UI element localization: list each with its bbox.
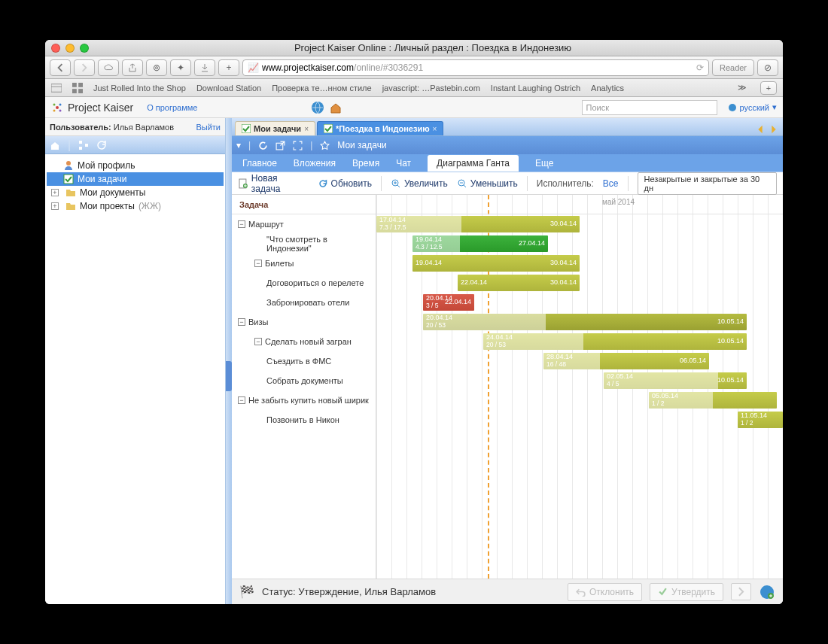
- view-tab-more[interactable]: Еще: [535, 158, 553, 169]
- next-step-button[interactable]: [731, 583, 751, 600]
- gantt-task-row[interactable]: −Не забыть купить новый ширик: [232, 390, 376, 410]
- gantt-task-row[interactable]: −Сделать новый загран: [232, 332, 376, 351]
- popout-icon[interactable]: [275, 141, 285, 150]
- extension-3-button[interactable]: ⊘: [757, 59, 778, 76]
- gantt-bar[interactable]: 24.04.1420 / 5310.05.14: [483, 333, 747, 350]
- gantt-bar[interactable]: 11.05.141 / 2: [738, 412, 783, 428]
- home-icon[interactable]: [50, 140, 60, 150]
- gantt-bar[interactable]: 22.04.1430.04.14: [458, 275, 580, 291]
- home-icon[interactable]: [328, 100, 343, 115]
- logout-link[interactable]: Выйти: [196, 123, 221, 132]
- assignee-value[interactable]: Все: [603, 178, 619, 189]
- back-button[interactable]: [50, 59, 71, 76]
- view-tab-time[interactable]: Время: [352, 158, 379, 169]
- app-logo[interactable]: Project Kaiser: [51, 102, 133, 114]
- bookmarks-icon[interactable]: [51, 83, 62, 93]
- tree-item-tasks[interactable]: Мои задачи: [47, 172, 224, 186]
- share-button[interactable]: [122, 59, 143, 76]
- gantt-task-row[interactable]: −Маршрут: [232, 214, 376, 234]
- star-icon[interactable]: [320, 141, 330, 150]
- bookmark-item[interactable]: Analytics: [591, 84, 624, 93]
- reader-button[interactable]: Reader: [712, 59, 754, 76]
- refresh-icon[interactable]: [258, 141, 268, 150]
- new-task-button[interactable]: Новая задача: [238, 173, 309, 194]
- gantt-task-row[interactable]: Договориться о перелете: [232, 273, 376, 293]
- expand-icon[interactable]: +: [51, 189, 59, 196]
- tab-my-tasks[interactable]: Мои задачи ×: [235, 121, 315, 135]
- gantt-bar[interactable]: 20.04.143 / 522.04.14: [423, 294, 474, 311]
- gantt-bar[interactable]: 19.04.1430.04.14: [412, 255, 580, 272]
- tab-prev-icon[interactable]: [754, 123, 766, 135]
- tree-icon[interactable]: [78, 140, 89, 150]
- dropdown-icon[interactable]: ▾: [236, 140, 241, 150]
- language-selector[interactable]: русский ▾: [728, 102, 777, 112]
- gantt-task-row[interactable]: Съездить в ФМС: [232, 351, 376, 371]
- reject-button[interactable]: Отклонить: [568, 583, 642, 601]
- gantt-task-row[interactable]: Собрать документы: [232, 371, 376, 390]
- bookmark-item[interactable]: Just Rolled Into the Shop: [93, 84, 186, 93]
- collapse-icon[interactable]: −: [254, 260, 262, 267]
- reload-icon[interactable]: ⟳: [696, 62, 704, 73]
- globe-share-icon[interactable]: [759, 584, 775, 600]
- expand-icon[interactable]: +: [51, 202, 59, 210]
- bookmarks-more-icon[interactable]: ≫: [738, 83, 747, 93]
- icloud-button[interactable]: [98, 59, 119, 76]
- approve-button[interactable]: Утвердить: [650, 583, 723, 601]
- refresh-icon[interactable]: [96, 140, 107, 150]
- zoom-out-button[interactable]: Уменьшить: [457, 178, 518, 189]
- zoom-in-button[interactable]: Увеличить: [391, 178, 448, 189]
- view-tab-gantt[interactable]: Диаграмма Ганта: [428, 155, 519, 172]
- minimize-window-button[interactable]: [65, 44, 75, 53]
- gantt-task-row[interactable]: −Билеты: [232, 254, 376, 273]
- gantt-bar[interactable]: 17.04.147.3 / 17.530.04.14: [376, 216, 580, 232]
- topsites-icon[interactable]: [72, 83, 83, 93]
- tab-next-icon[interactable]: [768, 123, 780, 135]
- gantt-task-row[interactable]: Забронировать отели: [232, 293, 376, 312]
- downloads-button[interactable]: [194, 59, 215, 76]
- bookmark-item[interactable]: Download Station: [196, 84, 261, 93]
- close-icon[interactable]: ×: [433, 125, 437, 133]
- gantt-timeline[interactable]: май 2014 17.04.147.3 / 17.530.04.1419.04…: [376, 195, 783, 579]
- view-tab-chat[interactable]: Чат: [396, 158, 411, 169]
- bar-end-date: 10.05.14: [717, 338, 744, 345]
- bookmark-item[interactable]: Проверка те…нном стиле: [272, 84, 371, 93]
- tree-item-documents[interactable]: + Мои документы: [47, 186, 224, 199]
- tree-item-profile[interactable]: Мой профиль: [47, 159, 224, 172]
- refresh-button[interactable]: Обновить: [318, 178, 372, 189]
- breadcrumb[interactable]: Мои задачи: [337, 140, 386, 150]
- zoom-window-button[interactable]: [80, 44, 89, 53]
- gantt-task-row[interactable]: Позвонить в Никон: [232, 410, 376, 430]
- url-bar[interactable]: 📈 www.projectkaiser.com /online/#3036291…: [242, 59, 709, 76]
- gantt-bar[interactable]: 28.04.1416 / 4806.05.14: [543, 353, 709, 369]
- add-button[interactable]: +: [218, 59, 239, 76]
- tree-item-projects[interactable]: + Мои проекты (ЖЖ): [47, 199, 224, 213]
- bookmark-item[interactable]: Instant Laughing Ostrich: [491, 84, 580, 93]
- globe-icon[interactable]: [310, 100, 325, 115]
- new-tab-button[interactable]: +: [760, 81, 777, 95]
- view-tab-main[interactable]: Главное: [242, 158, 277, 169]
- gantt-bar[interactable]: 02.05.144 / 510.05.14: [604, 372, 747, 389]
- close-window-button[interactable]: [51, 44, 60, 53]
- extension-1-button[interactable]: ⊚: [146, 59, 167, 76]
- collapse-icon[interactable]: −: [254, 338, 262, 345]
- filter-combo[interactable]: Незакрытые и закрытые за 30 дн: [638, 172, 777, 195]
- gantt-task-row[interactable]: "Что смотреть в Индонезии": [232, 234, 376, 254]
- view-tab-attachments[interactable]: Вложения: [294, 158, 336, 169]
- splitter-handle-icon[interactable]: [226, 361, 232, 391]
- gantt-bar[interactable]: 05.05.141 / 2: [649, 392, 777, 409]
- close-icon[interactable]: ×: [304, 125, 309, 133]
- bookmark-item[interactable]: javascript: …Pastebin.com: [382, 84, 480, 93]
- collapse-icon[interactable]: −: [238, 318, 245, 326]
- tab-indonesia-trip[interactable]: *Поездка в Индонезию ×: [317, 121, 443, 135]
- gantt-bar[interactable]: 20.04.1420 / 5310.05.14: [423, 314, 747, 330]
- gantt-bar[interactable]: 19.04.144.3 / 12.527.04.14: [412, 235, 548, 252]
- splitter[interactable]: [226, 118, 232, 604]
- collapse-icon[interactable]: −: [238, 220, 245, 228]
- collapse-icon[interactable]: −: [238, 396, 245, 404]
- forward-button[interactable]: [74, 59, 95, 76]
- expand-icon[interactable]: [293, 141, 303, 150]
- extension-2-button[interactable]: ✦: [170, 59, 191, 76]
- gantt-task-row[interactable]: −Визы: [232, 312, 376, 332]
- about-link[interactable]: О программе: [147, 103, 197, 112]
- search-input[interactable]: Поиск: [582, 100, 717, 115]
